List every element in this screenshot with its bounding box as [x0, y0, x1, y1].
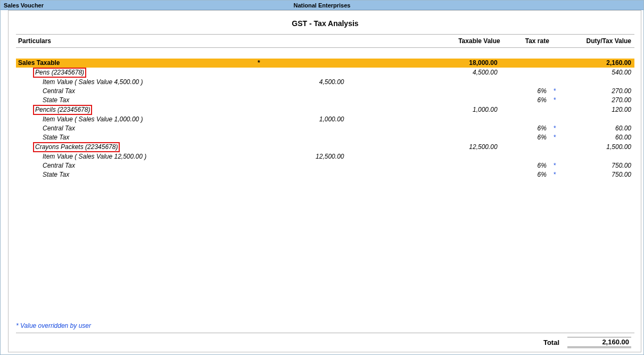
tax-label: Central Tax [16, 161, 255, 170]
tax-row: Central Tax 6% * 60.00 [16, 124, 634, 133]
item-taxable: 1,000.00 [347, 105, 500, 115]
summary-taxable: 18,000.00 [347, 59, 500, 68]
item-name: Pencils (22345678) [33, 105, 92, 115]
item-duty: 120.00 [561, 105, 634, 115]
tax-row: Central Tax 6% * 270.00 [16, 87, 634, 96]
column-header-row: Particulars Taxable Value Tax rate Duty/… [16, 34, 634, 48]
tax-row: Central Tax 6% * 750.00 [16, 161, 634, 170]
tax-duty: 60.00 [561, 124, 634, 133]
footnote: * Value overridden by user [16, 322, 91, 329]
data-grid: Sales Taxable * 18,000.00 2,160.00 Pens … [16, 59, 634, 179]
item-value-label: Item Value ( Sales Value 4,500.00 ) [16, 78, 255, 87]
total-label: Total [16, 336, 560, 349]
tax-rate: 6% [501, 96, 550, 105]
tax-label: Central Tax [16, 87, 255, 96]
item-value-amt: 1,000.00 [255, 115, 348, 124]
tax-row: State Tax 6% * 60.00 [16, 133, 634, 142]
tax-label: State Tax [16, 96, 255, 105]
tax-rate: 6% [501, 133, 550, 142]
col-value [255, 37, 348, 45]
asterisk-icon: * [550, 170, 561, 179]
asterisk-icon: * [550, 96, 561, 105]
tax-row: State Tax 6% * 750.00 [16, 170, 634, 179]
tax-duty: 270.00 [561, 96, 634, 105]
asterisk-icon: * [550, 87, 561, 96]
summary-row[interactable]: Sales Taxable * 18,000.00 2,160.00 [16, 59, 634, 68]
tax-rate: 6% [501, 124, 550, 133]
tax-row: State Tax 6% * 270.00 [16, 96, 634, 105]
col-rate: Tax rate [501, 37, 550, 45]
title-bar: Sales Voucher National Enterprises [1, 1, 643, 10]
item-value-row: Item Value ( Sales Value 4,500.00 ) 4,50… [16, 78, 634, 87]
title-left: Sales Voucher [4, 1, 44, 10]
tax-label: State Tax [16, 133, 255, 142]
item-row[interactable]: Pens (22345678) 4,500.00 540.00 [16, 68, 634, 78]
tax-label: State Tax [16, 170, 255, 179]
item-taxable: 12,500.00 [347, 142, 500, 152]
summary-duty: 2,160.00 [561, 59, 634, 68]
item-value-amt: 4,500.00 [255, 78, 348, 87]
col-duty: Duty/Tax Value [561, 37, 634, 45]
asterisk-icon: * [550, 133, 561, 142]
total-value: 2,160.00 [567, 337, 631, 348]
item-duty: 1,500.00 [561, 142, 634, 152]
item-value-row: Item Value ( Sales Value 12,500.00 ) 12,… [16, 152, 634, 161]
col-taxable: Taxable Value [347, 37, 500, 45]
total-row: Total 2,160.00 [16, 333, 634, 349]
item-value-amt: 12,500.00 [255, 152, 348, 161]
item-value-label: Item Value ( Sales Value 12,500.00 ) [16, 152, 255, 161]
title-center: National Enterprises [1, 1, 643, 10]
summary-ast [550, 59, 561, 68]
item-taxable: 4,500.00 [347, 68, 500, 78]
tax-duty: 750.00 [561, 170, 634, 179]
item-value-label: Item Value ( Sales Value 1,000.00 ) [16, 115, 255, 124]
tax-rate: 6% [501, 170, 550, 179]
tax-duty: 270.00 [561, 87, 634, 96]
item-row[interactable]: Crayons Packets (22345678) 12,500.00 1,5… [16, 142, 634, 152]
tax-duty: 60.00 [561, 133, 634, 142]
spacer [16, 48, 634, 59]
item-name: Crayons Packets (22345678) [33, 142, 120, 152]
tax-duty: 750.00 [561, 161, 634, 170]
item-name: Pens (22345678) [33, 68, 86, 78]
summary-rate [501, 59, 550, 68]
item-value-row: Item Value ( Sales Value 1,000.00 ) 1,00… [16, 115, 634, 124]
col-particulars: Particulars [16, 37, 255, 45]
report-panel: GST - Tax Analysis Particulars Taxable V… [8, 10, 641, 352]
window: Sales Voucher National Enterprises GST -… [0, 0, 644, 355]
asterisk-icon: * [550, 161, 561, 170]
summary-label: Sales Taxable [16, 59, 255, 68]
item-row[interactable]: Pencils (22345678) 1,000.00 120.00 [16, 105, 634, 115]
report-title: GST - Tax Analysis [16, 15, 634, 34]
tax-label: Central Tax [16, 124, 255, 133]
tax-rate: 6% [501, 87, 550, 96]
asterisk-icon: * [550, 124, 561, 133]
summary-mark: * [255, 59, 348, 68]
col-ast [550, 37, 561, 45]
item-duty: 540.00 [561, 68, 634, 78]
tax-rate: 6% [501, 161, 550, 170]
